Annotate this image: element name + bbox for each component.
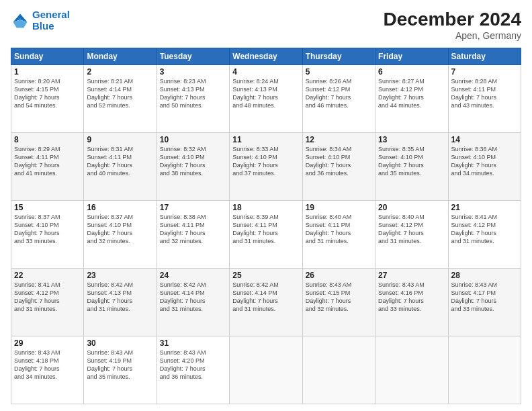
calendar-cell: 2 Sunrise: 8:21 AMSunset: 4:14 PMDayligh… [84, 64, 157, 132]
day-info: Sunrise: 8:31 AMSunset: 4:11 PMDaylight:… [87, 145, 153, 178]
day-number: 2 [87, 67, 153, 77]
calendar-header-wednesday: Wednesday [230, 48, 302, 64]
day-info: Sunrise: 8:37 AMSunset: 4:10 PMDaylight:… [87, 213, 153, 246]
calendar-cell: 7 Sunrise: 8:28 AMSunset: 4:11 PMDayligh… [448, 64, 521, 132]
day-number: 13 [378, 135, 445, 144]
day-number: 19 [306, 203, 372, 212]
day-info: Sunrise: 8:40 AMSunset: 4:12 PMDaylight:… [378, 213, 445, 246]
day-number: 25 [232, 271, 299, 280]
day-info: Sunrise: 8:27 AMSunset: 4:12 PMDaylight:… [378, 77, 445, 110]
day-info: Sunrise: 8:33 AMSunset: 4:10 PMDaylight:… [232, 145, 299, 178]
day-number: 14 [451, 135, 518, 144]
day-number: 21 [451, 203, 518, 212]
day-info: Sunrise: 8:26 AMSunset: 4:12 PMDaylight:… [306, 77, 372, 110]
calendar-cell: 20 Sunrise: 8:40 AMSunset: 4:12 PMDaylig… [375, 200, 448, 268]
calendar-week-row: 29 Sunrise: 8:43 AMSunset: 4:18 PMDaylig… [11, 336, 521, 404]
calendar-cell: 3 Sunrise: 8:23 AMSunset: 4:13 PMDayligh… [157, 64, 229, 132]
calendar-cell [230, 336, 302, 404]
calendar-header-tuesday: Tuesday [157, 48, 229, 64]
calendar-header-saturday: Saturday [448, 48, 521, 64]
day-info: Sunrise: 8:43 AMSunset: 4:18 PMDaylight:… [14, 349, 81, 381]
calendar-cell: 26 Sunrise: 8:43 AMSunset: 4:15 PMDaylig… [302, 268, 375, 336]
logo-blue: Blue [32, 20, 54, 32]
day-info: Sunrise: 8:20 AMSunset: 4:15 PMDaylight:… [14, 77, 81, 110]
calendar-cell: 31 Sunrise: 8:43 AMSunset: 4:20 PMDaylig… [157, 336, 229, 404]
day-number: 12 [306, 135, 372, 144]
day-number: 16 [87, 203, 153, 212]
calendar-cell: 29 Sunrise: 8:43 AMSunset: 4:18 PMDaylig… [11, 336, 84, 404]
calendar-week-row: 8 Sunrise: 8:29 AMSunset: 4:11 PMDayligh… [11, 132, 521, 200]
calendar-cell: 6 Sunrise: 8:27 AMSunset: 4:12 PMDayligh… [375, 64, 448, 132]
day-number: 30 [87, 338, 153, 348]
day-info: Sunrise: 8:43 AMSunset: 4:20 PMDaylight:… [160, 349, 226, 381]
calendar-week-row: 1 Sunrise: 8:20 AMSunset: 4:15 PMDayligh… [11, 64, 521, 132]
calendar-cell [302, 336, 375, 404]
day-number: 18 [232, 203, 299, 212]
calendar-cell: 13 Sunrise: 8:35 AMSunset: 4:10 PMDaylig… [375, 132, 448, 200]
calendar-cell: 15 Sunrise: 8:37 AMSunset: 4:10 PMDaylig… [11, 200, 84, 268]
day-number: 10 [160, 135, 226, 144]
calendar-header-sunday: Sunday [11, 48, 84, 64]
day-number: 5 [306, 67, 372, 77]
day-number: 15 [14, 203, 81, 212]
day-number: 9 [87, 135, 153, 144]
calendar-cell [448, 336, 521, 404]
calendar-week-row: 22 Sunrise: 8:41 AMSunset: 4:12 PMDaylig… [11, 268, 521, 336]
calendar-cell: 18 Sunrise: 8:39 AMSunset: 4:11 PMDaylig… [230, 200, 302, 268]
day-info: Sunrise: 8:23 AMSunset: 4:13 PMDaylight:… [160, 77, 226, 110]
day-info: Sunrise: 8:39 AMSunset: 4:11 PMDaylight:… [232, 213, 299, 246]
calendar-cell: 10 Sunrise: 8:32 AMSunset: 4:10 PMDaylig… [157, 132, 229, 200]
calendar-header-monday: Monday [84, 48, 157, 64]
logo: General Blue [11, 9, 70, 32]
calendar-cell: 27 Sunrise: 8:43 AMSunset: 4:16 PMDaylig… [375, 268, 448, 336]
day-number: 26 [306, 271, 372, 280]
day-info: Sunrise: 8:29 AMSunset: 4:11 PMDaylight:… [14, 145, 81, 178]
calendar-title: December 2024 [384, 9, 521, 30]
calendar-cell: 11 Sunrise: 8:33 AMSunset: 4:10 PMDaylig… [230, 132, 302, 200]
day-number: 8 [14, 135, 81, 144]
day-info: Sunrise: 8:43 AMSunset: 4:17 PMDaylight:… [451, 281, 518, 314]
calendar-header-thursday: Thursday [302, 48, 375, 64]
day-info: Sunrise: 8:35 AMSunset: 4:10 PMDaylight:… [378, 145, 445, 178]
day-number: 24 [160, 271, 226, 280]
calendar-cell: 23 Sunrise: 8:42 AMSunset: 4:13 PMDaylig… [84, 268, 157, 336]
day-number: 29 [14, 338, 81, 348]
calendar-cell: 30 Sunrise: 8:43 AMSunset: 4:19 PMDaylig… [84, 336, 157, 404]
day-info: Sunrise: 8:43 AMSunset: 4:15 PMDaylight:… [306, 281, 372, 314]
day-info: Sunrise: 8:21 AMSunset: 4:14 PMDaylight:… [87, 77, 153, 110]
day-info: Sunrise: 8:42 AMSunset: 4:14 PMDaylight:… [232, 281, 299, 314]
day-info: Sunrise: 8:41 AMSunset: 4:12 PMDaylight:… [451, 213, 518, 246]
calendar-week-row: 15 Sunrise: 8:37 AMSunset: 4:10 PMDaylig… [11, 200, 521, 268]
day-info: Sunrise: 8:37 AMSunset: 4:10 PMDaylight:… [14, 213, 81, 246]
calendar-cell: 12 Sunrise: 8:34 AMSunset: 4:10 PMDaylig… [302, 132, 375, 200]
logo-general: General [32, 9, 70, 20]
day-number: 11 [232, 135, 299, 144]
day-info: Sunrise: 8:42 AMSunset: 4:13 PMDaylight:… [87, 281, 153, 314]
day-number: 20 [378, 203, 445, 212]
logo-icon [11, 11, 30, 30]
day-number: 7 [451, 67, 518, 77]
day-info: Sunrise: 8:34 AMSunset: 4:10 PMDaylight:… [306, 145, 372, 178]
calendar-header-row: SundayMondayTuesdayWednesdayThursdayFrid… [11, 48, 521, 64]
calendar-table: SundayMondayTuesdayWednesdayThursdayFrid… [11, 48, 521, 404]
calendar-cell: 21 Sunrise: 8:41 AMSunset: 4:12 PMDaylig… [448, 200, 521, 268]
day-number: 4 [232, 67, 299, 77]
day-number: 6 [378, 67, 445, 77]
page: General Blue December 2024 Apen, Germany… [0, 0, 532, 411]
day-info: Sunrise: 8:24 AMSunset: 4:13 PMDaylight:… [232, 77, 299, 110]
calendar-cell: 17 Sunrise: 8:38 AMSunset: 4:11 PMDaylig… [157, 200, 229, 268]
calendar-cell: 5 Sunrise: 8:26 AMSunset: 4:12 PMDayligh… [302, 64, 375, 132]
calendar-cell: 9 Sunrise: 8:31 AMSunset: 4:11 PMDayligh… [84, 132, 157, 200]
calendar-cell: 22 Sunrise: 8:41 AMSunset: 4:12 PMDaylig… [11, 268, 84, 336]
day-number: 23 [87, 271, 153, 280]
day-info: Sunrise: 8:43 AMSunset: 4:19 PMDaylight:… [87, 349, 153, 381]
day-number: 1 [14, 67, 81, 77]
logo-text: General Blue [32, 9, 70, 32]
calendar-cell: 1 Sunrise: 8:20 AMSunset: 4:15 PMDayligh… [11, 64, 84, 132]
calendar-cell: 14 Sunrise: 8:36 AMSunset: 4:10 PMDaylig… [448, 132, 521, 200]
day-info: Sunrise: 8:36 AMSunset: 4:10 PMDaylight:… [451, 145, 518, 178]
day-info: Sunrise: 8:38 AMSunset: 4:11 PMDaylight:… [160, 213, 226, 246]
calendar-cell: 25 Sunrise: 8:42 AMSunset: 4:14 PMDaylig… [230, 268, 302, 336]
calendar-header-friday: Friday [375, 48, 448, 64]
day-number: 17 [160, 203, 226, 212]
